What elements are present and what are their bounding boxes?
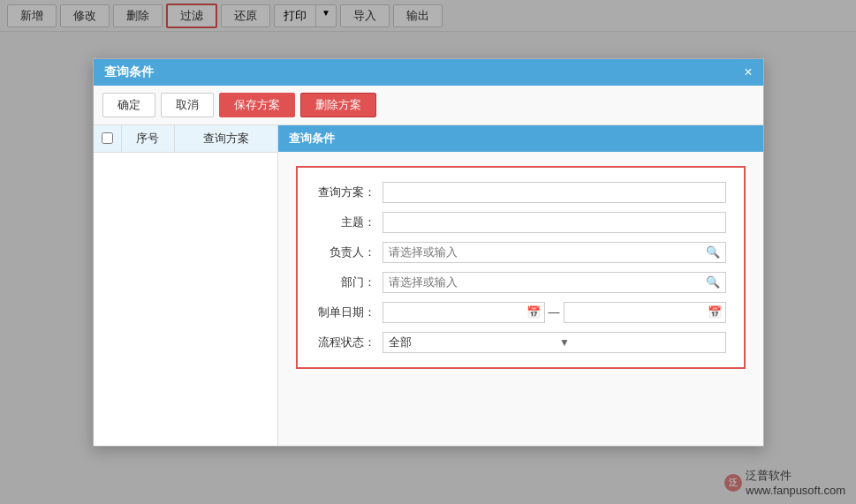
left-table-header: 序号 查询方案: [94, 125, 277, 153]
subject-row: 主题：: [315, 212, 726, 233]
dept-label: 部门：: [315, 275, 375, 290]
query-plan-input[interactable]: [383, 182, 726, 203]
modal-header: 查询条件 ×: [94, 59, 763, 86]
query-form: 查询方案： 主题： 负责人：: [296, 166, 746, 369]
modal-title: 查询条件: [104, 64, 154, 80]
left-table-body: [94, 153, 277, 446]
modal-actions: 确定 取消 保存方案 删除方案: [94, 86, 763, 125]
delete-plan-button[interactable]: 删除方案: [300, 93, 376, 117]
status-select-value: 全部: [383, 332, 555, 353]
date-end-input-container: 📅: [564, 302, 726, 323]
right-panel-header: 查询条件: [278, 125, 763, 152]
save-plan-button[interactable]: 保存方案: [219, 93, 295, 117]
owner-search-icon[interactable]: 🔍: [701, 245, 725, 259]
check-column-header: [94, 125, 122, 152]
modal-body: 序号 查询方案 查询条件 查询方案：: [94, 125, 763, 446]
confirm-button[interactable]: 确定: [102, 93, 155, 117]
right-panel: 查询条件 查询方案： 主题：: [278, 125, 763, 446]
dept-input-container: 🔍: [383, 272, 726, 293]
date-label: 制单日期：: [315, 305, 375, 320]
status-dropdown-icon: ▼: [554, 336, 725, 349]
dept-input[interactable]: [383, 273, 701, 291]
right-panel-body: 查询方案： 主题： 负责人：: [278, 152, 763, 446]
cancel-button[interactable]: 取消: [161, 93, 214, 117]
status-select[interactable]: 全部 ▼: [383, 332, 726, 353]
date-end-input[interactable]: [564, 304, 704, 321]
subject-input[interactable]: [383, 212, 726, 233]
num-column-header: 序号: [122, 125, 175, 152]
owner-label: 负责人：: [315, 244, 375, 260]
query-plan-label: 查询方案：: [315, 184, 375, 200]
date-separator: —: [549, 305, 560, 319]
query-plan-row: 查询方案：: [315, 182, 726, 203]
query-conditions-modal: 查询条件 × 确定 取消 保存方案 删除方案 序号: [93, 58, 764, 447]
owner-input-container: 🔍: [383, 242, 726, 263]
modal-close-button[interactable]: ×: [744, 65, 752, 79]
plan-column-header: 查询方案: [175, 125, 277, 152]
date-row: 制单日期： 📅 — 📅: [315, 302, 726, 323]
date-start-input-container: 📅: [383, 302, 545, 323]
owner-row: 负责人： 🔍: [315, 242, 726, 263]
date-range-container: 📅 — 📅: [383, 302, 726, 323]
date-end-calendar-icon[interactable]: 📅: [704, 305, 725, 319]
dept-row: 部门： 🔍: [315, 272, 726, 293]
owner-input[interactable]: [383, 243, 701, 261]
left-panel: 序号 查询方案: [94, 125, 278, 446]
date-start-input[interactable]: [383, 304, 523, 321]
modal-overlay: 查询条件 × 确定 取消 保存方案 删除方案 序号: [0, 0, 856, 504]
select-all-checkbox[interactable]: [102, 132, 113, 144]
subject-label: 主题：: [315, 214, 375, 230]
dept-search-icon[interactable]: 🔍: [701, 275, 725, 289]
date-start-calendar-icon[interactable]: 📅: [523, 305, 544, 319]
status-row: 流程状态： 全部 ▼: [315, 332, 726, 353]
status-label: 流程状态：: [315, 335, 375, 350]
